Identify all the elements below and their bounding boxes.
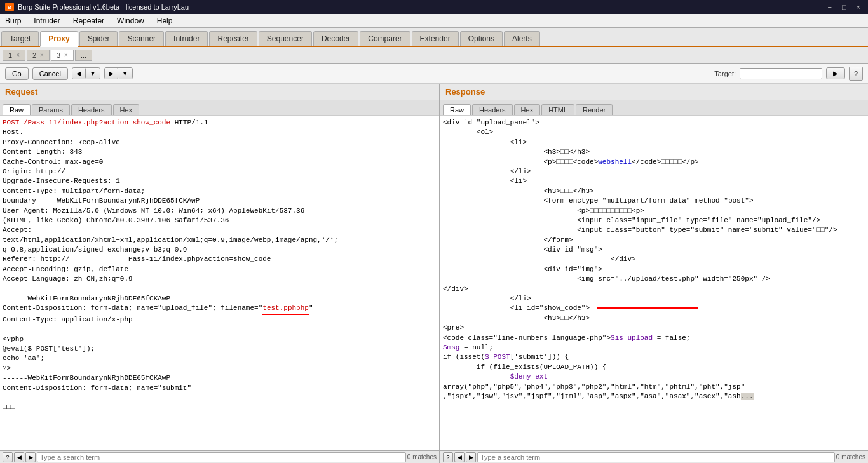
response-search-input[interactable] — [477, 452, 835, 462]
response-tab-headers[interactable]: Headers — [472, 104, 513, 115]
close-button[interactable]: × — [854, 3, 863, 11]
request-content[interactable]: POST /Pass-11/index.php?action=show_code… — [0, 116, 439, 450]
request-search-next-button[interactable]: ▶ — [25, 452, 36, 462]
title-bar: B Burp Suite Professional v1.6beta - lic… — [0, 0, 868, 14]
tab-sequencer[interactable]: Sequencer — [259, 31, 312, 46]
menu-help[interactable]: Help — [154, 15, 175, 27]
next-button[interactable]: ▶ — [105, 68, 118, 79]
response-search-next-button[interactable]: ▶ — [466, 452, 476, 462]
prev-dropdown-button[interactable]: ▼ — [86, 68, 100, 79]
tab-decoder[interactable]: Decoder — [313, 31, 358, 46]
request-tab-more[interactable]: ... — [75, 50, 92, 61]
app-title: Burp Suite Professional v1.6beta - licen… — [18, 3, 189, 11]
request-tab-2[interactable]: 2 × — [27, 50, 50, 61]
response-search-help-button[interactable]: ? — [443, 452, 453, 462]
prev-button[interactable]: ◀ — [72, 68, 86, 79]
response-header: Response — [440, 84, 868, 100]
request-tab-1[interactable]: 1 × — [3, 50, 25, 61]
target-label: Target: — [714, 70, 736, 77]
request-subtabs: Raw Params Headers Hex — [0, 100, 439, 116]
tab-extender[interactable]: Extender — [412, 31, 459, 46]
response-tab-hex[interactable]: Hex — [514, 104, 541, 115]
response-subtabs: Raw Headers Hex HTML Render — [440, 100, 868, 116]
menu-intruder[interactable]: Intruder — [31, 15, 62, 27]
response-panel: Response Raw Headers Hex HTML Render <di… — [440, 84, 868, 450]
title-bar-controls: − □ × — [825, 3, 863, 11]
request-search-input[interactable] — [37, 452, 406, 462]
request-search-area: ? ◀ ▶ 0 matches — [0, 451, 440, 463]
menu-repeater[interactable]: Repeater — [71, 15, 107, 27]
response-tab-raw[interactable]: Raw — [443, 104, 471, 115]
main-tab-bar: Target Proxy Spider Scanner Intruder Rep… — [0, 28, 868, 47]
menu-window[interactable]: Window — [114, 15, 147, 27]
cancel-button[interactable]: Cancel — [32, 67, 68, 80]
main-content: Request Raw Params Headers Hex POST /Pas… — [0, 84, 868, 450]
toolbar: Go Cancel ◀ ▼ ▶ ▼ Target: ▶ ? — [0, 64, 868, 84]
tab-scanner[interactable]: Scanner — [119, 31, 164, 46]
prev-nav-group: ◀ ▼ — [72, 67, 100, 79]
response-content[interactable]: <div id="upload_panel"> <ol> <li> <h3>□□… — [440, 116, 868, 450]
response-search-matches: 0 matches — [836, 453, 865, 460]
response-tab-html[interactable]: HTML — [541, 104, 574, 115]
request-panel: Request Raw Params Headers Hex POST /Pas… — [0, 84, 440, 450]
tab-comparer[interactable]: Comparer — [360, 31, 410, 46]
request-tab-raw[interactable]: Raw — [3, 104, 31, 115]
response-title: Response — [445, 87, 485, 97]
tab-intruder[interactable]: Intruder — [165, 31, 208, 46]
request-tabs-row: 1 × 2 × 3 × ... — [0, 47, 868, 64]
help-button[interactable]: ? — [849, 67, 863, 81]
response-tab-render[interactable]: Render — [576, 104, 613, 115]
bottom-search-bar: ? ◀ ▶ 0 matches ? ◀ ▶ 0 matches — [0, 450, 868, 463]
response-search-prev-button[interactable]: ◀ — [454, 452, 465, 462]
title-bar-left: B Burp Suite Professional v1.6beta - lic… — [5, 3, 189, 11]
response-body: <div id="upload_panel"> <ol> <li> <h3>□□… — [443, 118, 865, 401]
request-body: POST /Pass-11/index.php?action=show_code… — [3, 118, 437, 413]
request-title: Request — [5, 87, 37, 97]
menu-bar: Burp Intruder Repeater Window Help — [0, 14, 868, 28]
target-go-button[interactable]: ▶ — [826, 67, 845, 79]
request-tab-params[interactable]: Params — [32, 104, 70, 115]
tab-target[interactable]: Target — [1, 31, 39, 46]
close-tab-1-icon[interactable]: × — [16, 51, 20, 58]
request-search-prev-button[interactable]: ◀ — [14, 452, 24, 462]
tab-proxy[interactable]: Proxy — [40, 31, 78, 47]
next-nav-group: ▶ ▼ — [104, 67, 133, 79]
request-tab-3[interactable]: 3 × — [51, 50, 74, 61]
go-button[interactable]: Go — [5, 67, 29, 80]
close-tab-2-icon[interactable]: × — [40, 51, 44, 58]
request-tab-headers[interactable]: Headers — [71, 104, 112, 115]
response-search-area: ? ◀ ▶ 0 matches — [440, 451, 868, 463]
tab-options[interactable]: Options — [460, 31, 503, 46]
request-header: Request — [0, 84, 439, 100]
request-tab-hex[interactable]: Hex — [113, 104, 140, 115]
tab-alerts[interactable]: Alerts — [504, 31, 540, 46]
request-search-matches: 0 matches — [407, 453, 437, 460]
tab-spider[interactable]: Spider — [79, 31, 118, 46]
close-tab-3-icon[interactable]: × — [64, 51, 68, 58]
menu-burp[interactable]: Burp — [3, 15, 24, 27]
target-input[interactable] — [740, 68, 822, 79]
tab-repeater[interactable]: Repeater — [209, 31, 257, 46]
request-search-help-button[interactable]: ? — [3, 452, 13, 462]
next-dropdown-button[interactable]: ▼ — [118, 68, 132, 79]
minimize-button[interactable]: − — [825, 3, 834, 11]
maximize-button[interactable]: □ — [839, 3, 849, 11]
app-icon: B — [5, 3, 14, 11]
